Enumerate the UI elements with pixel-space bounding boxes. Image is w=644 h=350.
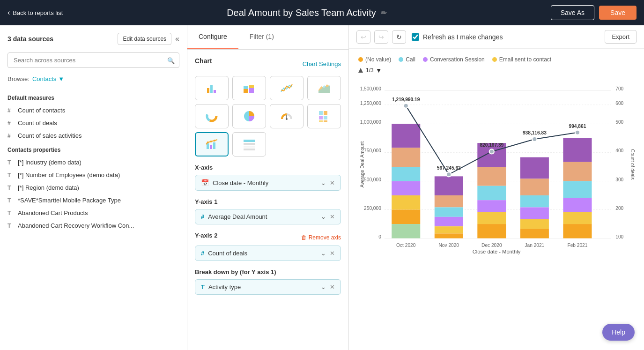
chart-type-pie[interactable] (232, 104, 266, 128)
grid-chart-icon (318, 110, 331, 123)
legend-call-dot (399, 57, 403, 62)
redo-button[interactable]: ↪ (374, 30, 388, 44)
collapse-sidebar-button[interactable]: « (175, 35, 179, 43)
refresh-button[interactable]: ↻ (392, 30, 406, 44)
measure-count-contacts[interactable]: # Count of contacts (0, 104, 187, 117)
back-button[interactable]: ‹ Back to reports list (7, 8, 63, 17)
measure-count-deals[interactable]: # Count of deals (0, 117, 187, 129)
measure-label: Count of sales activities (18, 132, 179, 139)
bar-dec-lavender (477, 200, 506, 212)
refresh-checkbox[interactable] (412, 33, 419, 41)
chart-section-title: Chart (195, 57, 212, 65)
help-button[interactable]: Help (602, 324, 635, 341)
label-oct: 1,219,990.19 (392, 97, 420, 102)
svg-rect-17 (319, 116, 323, 119)
yaxis2-clear-button[interactable]: ✕ (330, 250, 335, 257)
pagination-down-icon[interactable]: ▼ (376, 67, 382, 74)
bar-nov-yellow (435, 226, 463, 233)
chart-type-stacked-bar[interactable] (232, 76, 266, 100)
tab-filter[interactable]: Filter (1) (238, 25, 285, 49)
trash-icon: 🗑 (301, 234, 307, 241)
chart-settings-link[interactable]: Chart Settings (303, 60, 341, 67)
bar-nov-amber (435, 233, 463, 238)
breakdown-select[interactable]: T Activity type ⌄ ✕ (195, 279, 341, 295)
svg-point-24 (207, 141, 209, 143)
bar-oct-green (392, 224, 420, 238)
breakdown-t-icon: T (201, 283, 205, 290)
browse-label: Browse: (7, 75, 30, 82)
measure-count-sales-activities[interactable]: # Count of sales activities (0, 129, 187, 142)
legend-email: Email sent to contact (492, 56, 551, 63)
chart-type-line[interactable] (270, 76, 303, 100)
chart-type-table[interactable] (232, 132, 266, 156)
yaxis1-clear-button[interactable]: ✕ (330, 213, 335, 220)
bar-oct-teal (392, 167, 420, 181)
undo-button[interactable]: ↩ (356, 30, 370, 44)
search-input[interactable] (7, 52, 179, 68)
topbar-actions: Save As Save (551, 5, 637, 20)
label-nov: 567,245.62 (437, 165, 461, 171)
browse-contacts-dropdown[interactable]: Contacts ▼ (32, 75, 64, 82)
chart-svg-container: 0 250,000 500,000 750,000 1,000,000 1,25… (358, 78, 635, 256)
yaxis2-chevron-icon: ⌄ (321, 250, 326, 257)
legend-conversation-dot (423, 57, 428, 62)
pagination-value: 1/3 (366, 67, 374, 74)
export-button[interactable]: Export (605, 30, 637, 44)
chart-type-donut[interactable] (195, 104, 229, 128)
svg-text:250,000: 250,000 (364, 206, 381, 211)
property-industry[interactable]: T [*] Industry (demo data) (0, 156, 187, 169)
yaxis1-select[interactable]: # Average Deal Amount ⌄ ✕ (195, 209, 341, 224)
property-label: *SAVE*Smarttel Mobile Package Type (18, 197, 179, 204)
xaxis-jan: Jan 2021 (525, 243, 544, 248)
save-button[interactable]: Save (599, 6, 637, 20)
svg-rect-6 (249, 85, 254, 88)
dot-feb (575, 130, 580, 135)
chart-type-bar[interactable] (195, 76, 229, 100)
remove-axis-button[interactable]: 🗑 Remove axis (301, 234, 341, 241)
breakdown-clear-button[interactable]: ✕ (330, 283, 335, 290)
bar-feb-teal (563, 181, 592, 198)
save-as-button[interactable]: Save As (551, 5, 594, 20)
donut-chart-icon (205, 110, 218, 123)
property-smarttel[interactable]: T *SAVE*Smarttel Mobile Package Type (0, 194, 187, 207)
edit-data-sources-button[interactable]: Edit data sources (118, 33, 171, 45)
svg-rect-28 (244, 143, 255, 145)
yaxis1-section: Y-axis 1 # Average Deal Amount ⌄ ✕ (195, 198, 341, 224)
chart-type-gauge[interactable] (270, 104, 303, 128)
property-abandoned-cart-workflow[interactable]: T Abandoned Cart Recovery Workflow Con..… (0, 219, 187, 232)
search-box: 🔍 (7, 52, 179, 68)
chart-type-area[interactable] (307, 76, 341, 100)
sidebar-content: Default measures # Count of contacts # C… (0, 86, 187, 350)
svg-rect-3 (244, 89, 248, 93)
edit-title-icon[interactable]: ✏ (381, 8, 387, 17)
bar-feb-yellow (563, 212, 592, 224)
svg-rect-5 (249, 88, 254, 93)
tab-configure[interactable]: Configure (187, 25, 238, 49)
yaxis1-chevron-icon: ⌄ (321, 213, 326, 220)
chart-section: Chart Chart Settings (195, 57, 341, 156)
yaxis2-select[interactable]: # Count of deals ⌄ ✕ (195, 246, 341, 261)
bar-oct-orange (392, 148, 420, 167)
svg-rect-19 (319, 120, 323, 122)
dot-nov (446, 172, 451, 177)
chart-type-grid[interactable] (307, 104, 341, 128)
xaxis-clear-button[interactable]: ✕ (330, 179, 335, 186)
bar-feb-orange (563, 162, 592, 181)
property-region[interactable]: T [*] Region (demo data) (0, 181, 187, 194)
legend-call: Call (399, 56, 415, 63)
svg-rect-27 (244, 140, 255, 142)
back-label: Back to reports list (13, 9, 63, 16)
property-employees[interactable]: T [*] Number of Employees (demo data) (0, 169, 187, 181)
xaxis-select[interactable]: 📅 Close date - Monthly ⌄ ✕ (195, 175, 341, 191)
sidebar-header: 3 data sources Edit data sources « (0, 25, 187, 49)
svg-rect-18 (324, 116, 327, 119)
svg-rect-0 (207, 88, 209, 93)
svg-rect-1 (210, 85, 213, 93)
data-sources-count: 3 data sources (7, 35, 53, 43)
svg-text:400: 400 (615, 148, 623, 153)
svg-text:500,000: 500,000 (364, 177, 381, 182)
legend-conversation: Conversation Session (423, 56, 485, 63)
property-prefix: T (7, 172, 13, 179)
property-abandoned-cart[interactable]: T Abandoned Cart Products (0, 207, 187, 219)
chart-type-combo[interactable] (195, 132, 229, 156)
